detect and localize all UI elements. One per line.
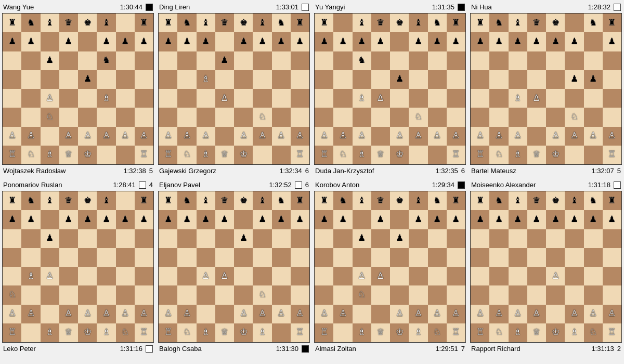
piece-bp-2-2: ♟ bbox=[46, 56, 54, 65]
game-footer-1: Wojtaszek Radoslaw1:32:385 bbox=[2, 165, 154, 176]
cell-3-3 bbox=[371, 70, 390, 89]
cell-3-5: ♟ bbox=[565, 70, 583, 89]
black-info: 1:32:385 bbox=[123, 167, 153, 175]
cell-6-1: ♙ bbox=[489, 305, 508, 323]
piece-bp-1-5: ♟ bbox=[102, 215, 110, 224]
cell-4-6 bbox=[116, 267, 135, 285]
cell-7-2: ♗ bbox=[41, 146, 59, 164]
cell-6-4: ♙ bbox=[390, 305, 409, 323]
cell-7-6: ♘ bbox=[584, 323, 603, 342]
cell-2-0 bbox=[471, 51, 489, 70]
cell-5-1 bbox=[177, 285, 196, 304]
cell-3-4: ♟ bbox=[390, 70, 409, 89]
piece-bp-1-2: ♟ bbox=[358, 37, 366, 46]
piece-wp-6-6: ♙ bbox=[121, 132, 129, 140]
piece-br-0-0: ♜ bbox=[164, 19, 172, 28]
piece-br-0-0: ♜ bbox=[8, 19, 16, 28]
white-info: 1:28:32 bbox=[588, 3, 621, 11]
piece-wp-6-1: ♙ bbox=[339, 132, 347, 140]
cell-0-5: ♝ bbox=[97, 14, 115, 32]
piece-bn-2-5: ♞ bbox=[102, 56, 110, 65]
cell-1-7: ♟ bbox=[135, 32, 153, 51]
cell-4-3 bbox=[59, 267, 78, 285]
cell-2-3: ♟ bbox=[215, 51, 234, 70]
cell-7-4: ♔ bbox=[234, 146, 253, 164]
cell-0-2: ♝ bbox=[41, 191, 59, 210]
chess-board-2[interactable]: ♜♞♝♛♚♝♞♜♟♟♟♟♟♟♟♟♗♙♘♙♙♙♙♙♙♙♖♘♗♕♔♖ bbox=[158, 13, 310, 165]
piece-bp-1-2: ♟ bbox=[202, 215, 210, 224]
black-player-name: Balogh Csaba bbox=[159, 345, 202, 353]
black-player-name: Leko Peter bbox=[3, 345, 36, 353]
cell-6-2: ♙ bbox=[197, 127, 215, 146]
cell-3-2 bbox=[509, 70, 527, 89]
cell-7-1 bbox=[21, 323, 40, 342]
cell-0-4: ♚ bbox=[78, 14, 97, 32]
chess-board-3[interactable]: ♜♝♛♚♝♞♜♟♟♟♟♟♟♟♞♟♗♙♘♙♙♙♙♙♙♙♖♘♗♕♔♖ bbox=[314, 13, 466, 165]
chess-board-7[interactable]: ♜♞♝♛♚♝♞♜♟♟♟♟♟♟♟♟♙♙♘♙♙♙♙♙♙♖♗♕♔♗♘♖ bbox=[314, 191, 466, 343]
piece-br-0-7: ♜ bbox=[608, 197, 616, 205]
white-color-indicator bbox=[614, 181, 621, 189]
piece-bp-1-0: ♟ bbox=[164, 215, 172, 224]
piece-wp-6-4: ♙ bbox=[552, 132, 560, 140]
cell-3-2: ♗ bbox=[197, 70, 215, 89]
cell-2-5: ♞ bbox=[97, 51, 115, 70]
cell-4-7 bbox=[447, 267, 465, 285]
cell-2-3 bbox=[527, 229, 546, 248]
chess-board-4[interactable]: ♜♞♝♛♚♞♜♟♟♟♟♟♟♟♟♟♗♙♘♙♙♙♙♙♙♙♖♘♗♕♔♖ bbox=[470, 13, 622, 165]
cell-5-5: ♘ bbox=[565, 108, 583, 126]
piece-wr-7-0: ♖ bbox=[164, 150, 172, 159]
chess-board-5[interactable]: ♜♞♝♛♚♝♜♟♟♟♟♟♟♟♟♗♙♘♙♙♙♙♙♙♙♖♗♕♔♗♘♖ bbox=[2, 191, 154, 343]
black-clock: 1:29:51 bbox=[435, 345, 458, 353]
piece-wk-7-4: ♔ bbox=[552, 328, 560, 337]
cell-3-6 bbox=[272, 70, 291, 89]
piece-wn-7-1: ♘ bbox=[27, 150, 35, 159]
cell-6-5: ♙ bbox=[253, 305, 271, 323]
cell-4-7 bbox=[135, 89, 153, 108]
cell-0-6: ♞ bbox=[428, 191, 447, 210]
piece-wn-7-1: ♘ bbox=[495, 150, 503, 159]
piece-bp-1-6: ♟ bbox=[121, 37, 129, 46]
cell-4-6 bbox=[272, 89, 291, 108]
cell-3-6: ♟ bbox=[584, 70, 603, 89]
cell-3-1 bbox=[177, 70, 196, 89]
white-player-name: Ni Hua bbox=[471, 3, 492, 11]
cell-0-1: ♞ bbox=[21, 191, 40, 210]
cell-4-7 bbox=[135, 267, 153, 285]
piece-bp-1-2: ♟ bbox=[514, 37, 522, 46]
cell-1-5: ♟ bbox=[409, 210, 427, 229]
cell-0-1: ♞ bbox=[489, 191, 508, 210]
cell-4-6 bbox=[116, 89, 135, 108]
cell-7-6 bbox=[584, 146, 603, 164]
cell-4-5 bbox=[565, 267, 583, 285]
piece-bb-0-2: ♝ bbox=[46, 19, 54, 28]
cell-3-0 bbox=[471, 70, 489, 89]
white-info: 1:31:18 bbox=[588, 181, 621, 189]
cell-6-0: ♙ bbox=[3, 127, 21, 146]
piece-bp-1-4: ♟ bbox=[240, 37, 248, 46]
piece-bp-2-2: ♟ bbox=[46, 234, 54, 243]
cell-7-3: ♕ bbox=[371, 323, 390, 342]
cell-7-4: ♔ bbox=[546, 323, 565, 342]
cell-5-4 bbox=[78, 285, 97, 304]
piece-wp-6-6: ♙ bbox=[277, 309, 285, 318]
chess-board-6[interactable]: ♜♞♝♛♚♝♞♜♟♟♟♟♟♟♟♟♙♙♘♙♙♙♙♙♙♖♘♗♕♔♗♖ bbox=[158, 191, 310, 343]
cell-4-3: ♙ bbox=[527, 89, 546, 108]
white-color-indicator bbox=[458, 4, 465, 11]
cell-1-6: ♟ bbox=[116, 210, 135, 229]
piece-bp-1-3: ♟ bbox=[64, 215, 72, 224]
cell-7-5: ♗ bbox=[253, 323, 271, 342]
cell-2-5 bbox=[253, 229, 271, 248]
chess-board-1[interactable]: ♜♞♝♛♚♝♜♟♟♟♟♟♟♟♞♟♙♗♘♙♙♙♙♙♙♙♖♘♗♕♔♖ bbox=[2, 13, 154, 165]
piece-wp-6-7: ♙ bbox=[608, 132, 616, 140]
cell-7-1: ♘ bbox=[333, 146, 352, 164]
cell-4-5 bbox=[409, 89, 427, 108]
cell-4-0 bbox=[471, 89, 489, 108]
piece-br-0-0: ♜ bbox=[320, 197, 328, 205]
cell-0-5 bbox=[565, 14, 583, 32]
piece-bp-3-6: ♟ bbox=[589, 75, 597, 84]
cell-0-0: ♜ bbox=[3, 191, 21, 210]
cell-4-3: ♙ bbox=[371, 267, 390, 285]
piece-wq-7-3: ♕ bbox=[376, 150, 384, 159]
chess-board-8[interactable]: ♜♞♝♛♚♝♞♜♟♟♟♟♟♟♟♟♙♙♙♙♙♙♙♙♖♘♗♕♔♗♘♖ bbox=[470, 191, 622, 343]
cell-7-2: ♗ bbox=[353, 146, 371, 164]
